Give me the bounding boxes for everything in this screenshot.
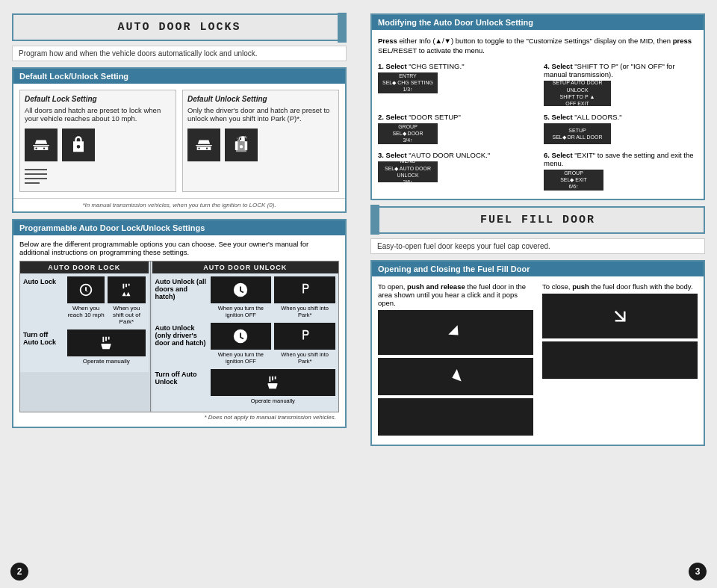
step-4-num: 4. (544, 62, 552, 70)
page-num-right: 3 (689, 563, 707, 581)
step-1-img: ENTRYSEL◆ CHG SETTING1/3↑ (378, 72, 438, 93)
unlock-cell-img-1a (211, 276, 272, 303)
unlock-cell-text-1b: When you shift into Park* (274, 305, 335, 318)
prog-divider (150, 261, 151, 412)
default-section-content: Default Lock Setting All doors and hatch… (13, 84, 345, 198)
prog-unlock-label-3: Turn off Auto Unlock (155, 369, 208, 386)
main-title: AUTO DOOR LOCKS (22, 21, 336, 34)
prog-unlock-cell-1a: When you turn the ignition OFF (211, 276, 272, 318)
unlock-cell-text-3a: Operate manually (211, 397, 335, 404)
lock-open-icon-box (225, 129, 258, 161)
lock-closed-icon-box (62, 129, 95, 161)
dash-3 (25, 178, 47, 179)
step-1-num: 1. (378, 62, 386, 70)
prog-unlock-body: Auto Unlock (all doors and hatch) When y… (152, 273, 338, 412)
open-text: To open, push and release the fuel door … (378, 282, 533, 307)
default-lock-desc: All doors and hatch are preset to lock w… (25, 106, 171, 123)
unlock-cell-img-2a (211, 323, 272, 350)
prog-content: Below are the different programmable opt… (13, 235, 345, 427)
step-4-img-text: SETUP AUTO DOORUNLOCKSHIFT TO P ▲OFF EXI… (552, 79, 602, 106)
step-2-num: 2. (378, 113, 386, 121)
prog-unlock-cells-2: When you turn the ignition OFF When you … (211, 323, 335, 365)
steps-grid: 1. Select "CHG SETTING." ENTRYSEL◆ CHG S… (378, 62, 698, 193)
step-3-img: MENUSEL◆ AUTO DOORUNLOCK2/6↑ (378, 161, 438, 182)
fuel-tab (370, 205, 379, 235)
fuel-title: FUEL FILL DOOR (381, 214, 695, 226)
step-1-img-text: ENTRYSEL◆ CHG SETTING1/3↑ (382, 72, 433, 93)
main-subtitle: Program how and when the vehicle doors a… (12, 46, 347, 61)
prog-intro: Below are the different programmable opt… (19, 240, 339, 256)
open-col: To open, push and release the fuel door … (378, 282, 533, 439)
arrow-right-icon (444, 321, 467, 344)
step-4-img: SETUP AUTO DOORUNLOCKSHIFT TO P ▲OFF EXI… (544, 81, 611, 106)
prog-unlock-cells-3: Operate manually (211, 369, 335, 404)
hand-icon (98, 335, 114, 351)
prog-lock-body: Auto Lock When you reach 10 mph (20, 273, 149, 372)
park-icon (297, 282, 313, 298)
step-2-select: Select (386, 113, 407, 121)
default-footnote: *In manual transmission vehicles, when y… (13, 198, 345, 211)
lock-cell-img-1b (108, 276, 145, 303)
left-page: AUTO DOOR LOCKS Program how and when the… (0, 0, 358, 588)
car-icon-box-2 (187, 129, 220, 161)
fuel-subtitle: Easy-to-open fuel door keeps your fuel c… (370, 238, 705, 254)
step-3-img-text: MENUSEL◆ AUTO DOORUNLOCK2/6↑ (385, 158, 431, 185)
prog-unlock-cell-1b: When you shift into Park* (274, 276, 335, 318)
step-1: 1. Select "CHG SETTING." ENTRYSEL◆ CHG S… (378, 62, 532, 108)
lock-cell-img-1a (67, 276, 105, 303)
step-3: 3. Select "AUTO DOOR UNLOCK." MENUSEL◆ A… (378, 151, 532, 193)
prog-header: Programmable Auto Door Lock/Unlock Setti… (13, 220, 345, 235)
press-line: Press either Info (▲/▼) button to toggle… (378, 36, 698, 56)
opening-section: Opening and Closing the Fuel Fill Door T… (370, 260, 705, 446)
unlock-cell-text-2b: When you shift into Park* (274, 351, 335, 365)
prog-lock-cells-2: Operate manually (67, 329, 146, 365)
default-section: Default Lock/Unlock Setting Default Lock… (12, 67, 347, 213)
park-icon-2 (297, 328, 313, 344)
step-5-img: SETUPSEL◆ DR ALL DOOR (544, 123, 611, 144)
lock-cell-img-2a (67, 329, 146, 356)
lock-icon-row (25, 129, 171, 161)
fuel-open-img-2 (378, 358, 533, 395)
prog-unlock-row-3: Turn off Auto Unlock Operate manually (155, 369, 335, 404)
step-6: 6. Select "EXIT" to save the setting and… (544, 151, 698, 193)
prog-unlock-header: AUTO DOOR UNLOCK (152, 261, 338, 273)
prog-lock-cell-2a: Operate manually (67, 329, 146, 365)
default-lock-title: Default Lock Setting (25, 95, 171, 103)
main-title-box: AUTO DOOR LOCKS (12, 13, 347, 41)
step-1-select: Select (386, 62, 407, 70)
opening-cols: To open, push and release the fuel door … (378, 282, 698, 439)
title-tab (338, 13, 347, 43)
step-2-img: GROUPSEL◆ DOOR3/4↑ (378, 123, 438, 144)
prog-footnote: * Does not apply to manual transmission … (19, 412, 339, 422)
step-2-img-text: GROUPSEL◆ DOOR3/4↑ (392, 123, 423, 143)
prog-lock-col: AUTO DOOR LOCK Auto Lock (20, 261, 149, 412)
car-icon-2 (193, 134, 214, 155)
prog-unlock-col: AUTO DOOR UNLOCK Auto Unlock (all doors … (152, 261, 338, 412)
prog-lock-cells-1: When you reach 10 mph When you shift out… (67, 276, 146, 325)
prog-lock-cell-1b: When you shift out of Park* (108, 276, 145, 325)
prog-lock-row-1: Auto Lock When you reach 10 mph (23, 276, 146, 325)
lock-cell-text-2a: Operate manually (67, 358, 146, 365)
unlock-icon-row (187, 129, 334, 161)
prog-lock-label-2: Turn off Auto Lock (23, 329, 64, 346)
shift-icon (118, 282, 134, 298)
step-5: 5. Select "ALL DOORS." SETUPSEL◆ DR ALL … (544, 113, 698, 146)
default-unlock-title: Default Unlock Setting (187, 95, 334, 103)
step-4: 4. Select "SHIFT TO P" (or "IGN OFF" for… (544, 62, 698, 108)
default-lock-col: Default Lock Setting All doors and hatch… (19, 90, 176, 192)
ignition-off-icon (232, 282, 249, 298)
prog-lock-cell-1a: When you reach 10 mph (67, 276, 105, 325)
default-unlock-desc: Only the driver's door and hatch are pre… (187, 106, 334, 123)
default-unlock-col: Default Unlock Setting Only the driver's… (182, 90, 339, 192)
modifying-header: Modifying the Auto Door Unlock Setting (372, 15, 704, 30)
step-4-select: Select (552, 62, 573, 70)
modifying-content: Press either Info (▲/▼) button to toggle… (372, 30, 704, 199)
prog-unlock-label-2: Auto Unlock (only driver's door and hatc… (155, 323, 208, 347)
prog-unlock-cell-3a: Operate manually (211, 369, 335, 404)
close-col: To close, push the fuel door flush with … (542, 282, 698, 439)
step-5-select: Select (552, 113, 573, 121)
step-2: 2. Select "DOOR SETUP" GROUPSEL◆ DOOR3/4… (378, 113, 532, 146)
unlock-cell-img-1b (274, 276, 335, 303)
prog-section: Programmable Auto Door Lock/Unlock Setti… (12, 219, 347, 428)
arrow-left-icon (444, 365, 467, 388)
